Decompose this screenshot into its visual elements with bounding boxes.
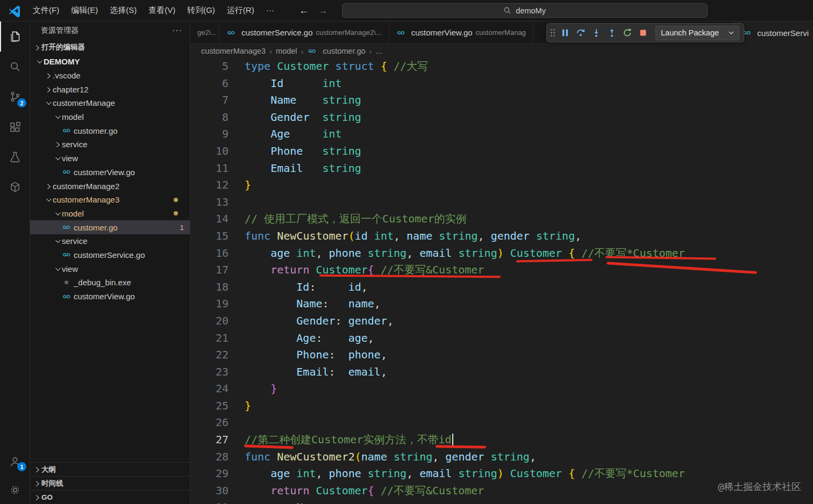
line-number[interactable]: 31 — [190, 499, 229, 504]
breadcrumb-item[interactable]: customerManage3 — [201, 47, 266, 55]
line-number[interactable]: 26 — [190, 414, 229, 431]
tree-item-folder[interactable]: service — [30, 234, 190, 248]
line-number[interactable]: 8 — [190, 109, 229, 126]
line-number[interactable]: 22 — [190, 347, 229, 364]
code-line[interactable]: 13 — [190, 194, 813, 211]
source-control-icon[interactable]: 2 — [0, 82, 30, 112]
line-number[interactable]: 12 — [190, 177, 229, 194]
code-line[interactable]: 27//第二种创建Customer实例方法，不带id — [190, 431, 813, 449]
sidebar-section[interactable]: GO — [30, 490, 190, 504]
code-line[interactable]: 20 Gender: gender, — [190, 313, 813, 330]
search-sidebar-icon[interactable] — [0, 52, 30, 82]
restart-icon[interactable] — [620, 26, 634, 40]
sidebar-section[interactable]: 时间线 — [30, 476, 190, 490]
account-icon[interactable]: 1 — [0, 447, 30, 476]
code-line[interactable]: 31 Name: name, — [190, 499, 813, 504]
line-number[interactable]: 16 — [190, 245, 229, 262]
tree-item-file[interactable]: GOcustomerView.go — [30, 290, 190, 304]
tree-item-folder[interactable]: .vscode — [30, 69, 190, 83]
code-line[interactable]: 22 Phone: phone, — [190, 347, 813, 364]
code-line[interactable]: 7 Name string — [190, 92, 813, 109]
tree-item-folder[interactable]: customerManage3 — [30, 193, 190, 207]
step-out-icon[interactable] — [604, 26, 619, 40]
code-line[interactable]: 14// 使用工厂模式，返回一个Customer的实例 — [190, 211, 813, 228]
menu-item[interactable]: ··· — [261, 3, 280, 18]
line-number[interactable]: 5 — [190, 58, 229, 75]
step-over-icon[interactable] — [573, 26, 588, 40]
line-number[interactable]: 9 — [190, 126, 229, 143]
breadcrumb-item[interactable]: customer.go — [323, 47, 366, 55]
line-number[interactable]: 27 — [190, 431, 229, 449]
line-number[interactable]: 29 — [190, 465, 229, 483]
tree-item-folder[interactable]: model — [30, 110, 190, 124]
back-arrow-icon[interactable]: ← — [299, 5, 309, 17]
code-line[interactable]: 17 return Customer{ //不要写&Customer — [190, 262, 813, 279]
code-line[interactable]: 10 Phone string — [190, 143, 813, 160]
tree-item-folder[interactable]: service — [30, 138, 190, 152]
tree-item-file[interactable]: GOcustomerService.go — [30, 248, 190, 262]
tab-customerview[interactable]: GO customerView.go customerManag — [389, 21, 533, 44]
line-number[interactable]: 28 — [190, 449, 229, 466]
code-line[interactable]: 9 Age int — [190, 126, 813, 143]
tree-item-folder[interactable]: view — [30, 152, 190, 165]
line-number[interactable]: 17 — [190, 262, 229, 279]
code-line[interactable]: 16 age int, phone string, email string) … — [190, 245, 813, 262]
tab-customerservice[interactable]: GO customerService.go customerManage2\..… — [219, 21, 389, 44]
tree-item-file[interactable]: ≡_debug_bin.exe — [30, 276, 190, 290]
tab-partial-right[interactable]: GO customerServi — [734, 21, 813, 44]
line-number[interactable]: 15 — [190, 228, 229, 245]
open-editors-section[interactable]: 打开的编辑器 — [30, 40, 190, 55]
menu-item[interactable]: 选择(S) — [104, 3, 142, 18]
line-number[interactable]: 23 — [190, 364, 229, 381]
menu-item[interactable]: 文件(F) — [27, 3, 65, 18]
stop-icon[interactable] — [636, 26, 650, 40]
line-number[interactable]: 14 — [190, 211, 229, 228]
code-line[interactable]: 15func NewCustomer(id int, name string, … — [190, 228, 813, 245]
line-number[interactable]: 6 — [190, 75, 229, 92]
more-actions-icon[interactable]: ··· — [172, 26, 182, 35]
tree-item-file[interactable]: GOcustomer.go — [30, 124, 190, 138]
line-number[interactable]: 7 — [190, 92, 229, 109]
code-editor[interactable]: 5type Customer struct { //大写6 Id int7 Na… — [190, 58, 813, 504]
settings-gear-icon[interactable] — [0, 476, 30, 504]
remote-explorer-icon[interactable] — [0, 172, 30, 202]
step-into-icon[interactable] — [589, 26, 603, 40]
code-line[interactable]: 26 — [190, 414, 813, 431]
code-line[interactable]: 5type Customer struct { //大写 — [190, 58, 813, 75]
tree-item-file[interactable]: GOcustomerView.go — [30, 165, 190, 179]
line-number[interactable]: 21 — [190, 330, 229, 347]
line-number[interactable]: 11 — [190, 160, 229, 177]
tree-item-folder[interactable]: view — [30, 262, 190, 276]
code-line[interactable]: 24 } — [190, 380, 813, 398]
testing-icon[interactable] — [0, 142, 30, 172]
line-number[interactable]: 25 — [190, 398, 229, 415]
menu-item[interactable]: 编辑(E) — [66, 3, 103, 18]
code-line[interactable]: 19 Name: name, — [190, 296, 813, 313]
code-line[interactable]: 18 Id: id, — [190, 279, 813, 296]
command-center-search[interactable]: demoMy — [342, 3, 708, 18]
tree-item-folder[interactable]: customerManage — [30, 96, 190, 110]
code-line[interactable]: 25} — [190, 398, 813, 415]
toolbar-grip-icon[interactable] — [549, 26, 557, 40]
pause-icon[interactable] — [558, 26, 572, 40]
line-number[interactable]: 24 — [190, 380, 229, 398]
tree-item-folder[interactable]: model — [30, 207, 190, 221]
code-line[interactable]: 23 Email: email, — [190, 364, 813, 381]
tree-item-folder[interactable]: chapter12 — [30, 82, 190, 96]
code-line[interactable]: 21 Age: age, — [190, 330, 813, 347]
line-number[interactable]: 10 — [190, 143, 229, 160]
code-line[interactable]: 6 Id int — [190, 75, 813, 92]
menu-item[interactable]: 查看(V) — [143, 3, 181, 18]
breadcrumb-item[interactable]: ... — [376, 47, 382, 55]
code-line[interactable]: 11 Email string — [190, 160, 813, 177]
explorer-icon[interactable] — [0, 21, 30, 52]
launch-config-dropdown[interactable]: Launch Package — [655, 26, 739, 40]
extensions-icon[interactable] — [0, 112, 30, 142]
code-line[interactable]: 28func NewCustomer2(name string, gender … — [190, 449, 813, 466]
code-line[interactable]: 8 Gender string — [190, 109, 813, 126]
sidebar-section[interactable]: 大纲 — [30, 462, 190, 476]
code-line[interactable]: 12} — [190, 177, 813, 194]
tree-item-folder[interactable]: DEMOMY — [30, 55, 190, 69]
menu-item[interactable]: 转到(G) — [182, 3, 220, 18]
line-number[interactable]: 18 — [190, 279, 229, 296]
